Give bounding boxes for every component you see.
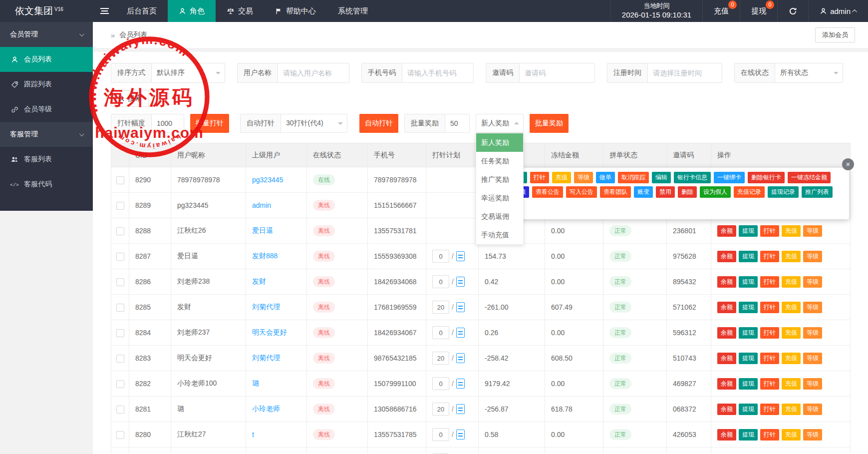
plan-edit-icon[interactable] [456,302,465,312]
plan-input[interactable] [432,403,449,416]
row-checkbox[interactable] [116,202,124,210]
top-menu-item-4[interactable]: 系统管理 [327,0,379,22]
reward-option-0[interactable]: 新人奖励 [476,133,523,152]
regtime-input[interactable] [648,63,722,82]
popup-action-一键绑卡[interactable]: 一键绑卡 [714,172,745,183]
user-menu[interactable]: admin [808,0,868,22]
row-action-余额[interactable]: 余额 [717,378,736,390]
batch-reward-input[interactable] [445,114,469,132]
row-action-等级[interactable]: 等级 [803,378,822,390]
row-checkbox[interactable] [116,431,124,439]
row-action-打针[interactable]: 打针 [760,378,779,390]
plan-edit-icon[interactable] [456,353,465,363]
plan-input[interactable] [432,352,449,365]
popup-action-删除银行卡[interactable]: 删除银行卡 [748,172,785,183]
batch-inject-button[interactable]: 批量打针 [190,114,229,133]
row-action-充值[interactable]: 充值 [782,302,801,313]
parent-user-link[interactable]: 爱日逼 [252,226,273,234]
withdraw-notice[interactable]: 提现 0 [740,0,777,22]
row-action-等级[interactable]: 等级 [803,225,822,237]
popup-action-编辑[interactable]: 编辑 [652,172,671,183]
row-action-提现[interactable]: 提现 [739,327,758,339]
row-action-等级[interactable]: 等级 [803,404,822,415]
search-button[interactable]: 搜索 [111,90,149,107]
reward-option-3[interactable]: 幸运奖励 [476,189,523,207]
plan-input[interactable] [432,275,449,288]
plan-edit-icon[interactable] [456,251,465,261]
row-checkbox[interactable] [116,329,124,337]
row-action-余额[interactable]: 余额 [717,276,736,288]
row-action-充值[interactable]: 充值 [782,404,801,415]
row-action-打针[interactable]: 打针 [760,251,779,262]
parent-user-link[interactable]: admin [252,201,271,209]
popup-action-推广列表[interactable]: 推广列表 [802,186,833,198]
parent-user-link[interactable]: 刘菊代理 [252,354,280,362]
parent-user-link[interactable]: t [252,431,254,439]
parent-user-link[interactable]: 小玲老师 [252,405,280,413]
row-action-提现[interactable]: 提现 [739,251,758,262]
sidebar-item-1-1[interactable]: </>客服代码 [0,172,93,197]
row-action-余额[interactable]: 余额 [717,225,736,237]
parent-user-link[interactable]: pg323445 [252,176,283,184]
top-menu-item-0[interactable]: 后台首页 [116,0,168,22]
row-checkbox[interactable] [116,406,124,414]
row-action-余额[interactable]: 余额 [717,251,736,262]
top-menu-item-3[interactable]: 帮助中心 [264,0,327,22]
row-checkbox[interactable] [116,176,124,184]
auto-inject-button[interactable]: 自动打针 [359,114,398,133]
popup-action-删除[interactable]: 删除 [678,186,697,198]
parent-user-link[interactable]: 明天会更好 [252,328,287,336]
sidebar-item-0-1[interactable]: 跟踪列表 [0,72,93,97]
row-action-余额[interactable]: 余额 [717,353,736,364]
sidebar-section-title-0[interactable]: 会员管理 [0,22,93,47]
add-member-button[interactable]: 添加会员 [815,27,855,42]
row-action-充值[interactable]: 充值 [782,251,801,262]
popup-action-取消跟踪[interactable]: 取消跟踪 [618,172,649,183]
row-action-打针[interactable]: 打针 [760,429,779,441]
popup-action-提现记录[interactable]: 提现记录 [768,186,799,198]
plan-input[interactable] [432,301,449,314]
row-action-打针[interactable]: 打针 [760,353,779,364]
row-action-等级[interactable]: 等级 [803,276,822,288]
row-action-打针[interactable]: 打针 [760,404,779,415]
popup-action-一键冻结金额[interactable]: 一键冻结金额 [788,172,831,183]
row-action-余额[interactable]: 余额 [717,404,736,415]
sort-select[interactable]: 默认排序 [152,63,225,82]
sidebar-item-0-0[interactable]: 会员列表 [0,47,93,72]
row-action-提现[interactable]: 提现 [739,404,758,415]
row-action-余额[interactable]: 余额 [717,327,736,339]
row-action-提现[interactable]: 提现 [739,429,758,441]
reward-option-4[interactable]: 交易返佣 [476,207,523,226]
sidebar-item-1-0[interactable]: 客服列表 [0,147,93,172]
popup-action-账变[interactable]: 账变 [634,186,653,198]
row-action-打针[interactable]: 打针 [760,302,779,313]
menu-toggle-icon[interactable] [93,0,116,22]
plan-edit-icon[interactable] [456,404,465,414]
row-action-充值[interactable]: 充值 [782,327,801,339]
parent-user-link[interactable]: 刘菊代理 [252,303,280,311]
popup-action-银行卡信息[interactable]: 银行卡信息 [674,172,711,183]
popup-action-打针[interactable]: 打针 [530,172,549,183]
row-action-提现[interactable]: 提现 [739,378,758,390]
row-action-余额[interactable]: 余额 [717,302,736,313]
refresh-button[interactable] [777,0,808,22]
batch-reward-button[interactable]: 批量奖励 [530,114,569,133]
row-action-充值[interactable]: 充值 [782,225,801,237]
row-action-等级[interactable]: 等级 [803,429,822,441]
row-action-充值[interactable]: 充值 [782,378,801,390]
top-menu-item-1[interactable]: 角色 [168,0,216,22]
row-checkbox[interactable] [116,304,124,312]
popup-action-做单[interactable]: 做单 [596,172,615,183]
row-action-提现[interactable]: 提现 [739,276,758,288]
row-action-等级[interactable]: 等级 [803,251,822,262]
invite-input[interactable] [520,63,594,82]
reward-option-5[interactable]: 手动充值 [476,226,523,244]
row-action-等级[interactable]: 等级 [803,302,822,313]
parent-user-link[interactable]: 发财 [252,277,266,285]
row-checkbox[interactable] [116,253,124,261]
row-action-等级[interactable]: 等级 [803,327,822,339]
plan-input[interactable] [432,428,449,441]
plan-input[interactable] [432,377,449,390]
popup-action-写入公告[interactable]: 写入公告 [566,186,597,198]
row-checkbox[interactable] [116,278,124,286]
